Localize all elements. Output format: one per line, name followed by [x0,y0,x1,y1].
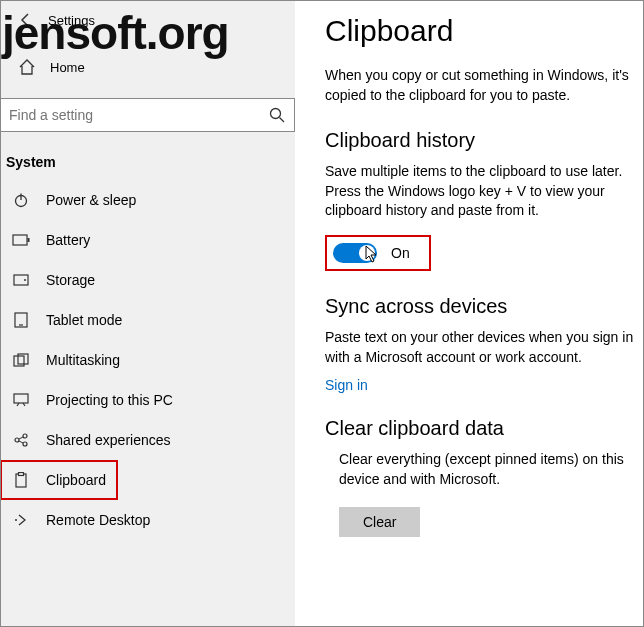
back-icon[interactable] [18,12,34,28]
battery-icon [12,231,30,249]
svg-rect-4 [13,235,27,245]
sidebar-item-label: Power & sleep [46,192,136,208]
svg-line-1 [280,118,285,123]
sidebar-item-clipboard[interactable]: Clipboard [0,460,118,500]
sync-desc: Paste text on your other devices when yo… [325,328,644,367]
sidebar: Settings Home System Power & sleep Batte… [0,0,295,627]
search-icon [268,106,286,128]
svg-point-13 [15,438,19,442]
sidebar-item-power-sleep[interactable]: Power & sleep [0,180,295,220]
power-icon [12,191,30,209]
sidebar-item-shared-experiences[interactable]: Shared experiences [0,420,295,460]
intro-text: When you copy or cut something in Window… [325,66,644,105]
toggle-label: On [391,245,410,261]
sidebar-item-remote-desktop[interactable]: Remote Desktop [0,500,295,540]
sidebar-item-label: Battery [46,232,90,248]
main-panel: Clipboard When you copy or cut something… [295,0,644,627]
clear-button[interactable]: Clear [339,507,420,537]
sidebar-item-label: Projecting to this PC [46,392,173,408]
svg-line-16 [19,437,23,439]
svg-point-0 [271,109,281,119]
home-icon[interactable] [18,58,36,76]
svg-point-7 [24,279,26,281]
cursor-icon [365,245,379,267]
clear-heading: Clear clipboard data [325,417,644,440]
search-box[interactable] [0,98,295,132]
project-icon [12,391,30,409]
clipboard-icon [12,471,30,489]
history-desc: Save multiple items to the clipboard to … [325,162,644,221]
history-toggle-row: On [325,235,431,271]
sign-in-link[interactable]: Sign in [325,377,644,393]
sidebar-item-label: Remote Desktop [46,512,150,528]
sidebar-item-label: Tablet mode [46,312,122,328]
remote-icon [12,511,30,529]
svg-rect-19 [19,473,24,476]
sidebar-item-projecting[interactable]: Projecting to this PC [0,380,295,420]
storage-icon [12,271,30,289]
sidebar-item-storage[interactable]: Storage [0,260,295,300]
sidebar-item-label: Multitasking [46,352,120,368]
multitask-icon [12,351,30,369]
svg-point-15 [23,442,27,446]
sidebar-item-label: Storage [46,272,95,288]
history-heading: Clipboard history [325,129,644,152]
tablet-icon [12,311,30,329]
clear-desc: Clear everything (except pinned items) o… [339,450,644,489]
home-label[interactable]: Home [50,60,85,75]
svg-line-17 [19,441,23,443]
sidebar-item-label: Shared experiences [46,432,171,448]
search-input[interactable] [1,107,294,123]
settings-label: Settings [48,13,95,28]
svg-rect-12 [14,394,28,403]
sidebar-item-battery[interactable]: Battery [0,220,295,260]
section-heading: System [0,150,295,180]
page-title: Clipboard [325,14,644,48]
svg-rect-5 [28,238,30,242]
sidebar-item-multitasking[interactable]: Multitasking [0,340,295,380]
svg-point-14 [23,434,27,438]
sidebar-item-tablet-mode[interactable]: Tablet mode [0,300,295,340]
shared-icon [12,431,30,449]
sidebar-item-label: Clipboard [46,472,106,488]
sync-heading: Sync across devices [325,295,644,318]
